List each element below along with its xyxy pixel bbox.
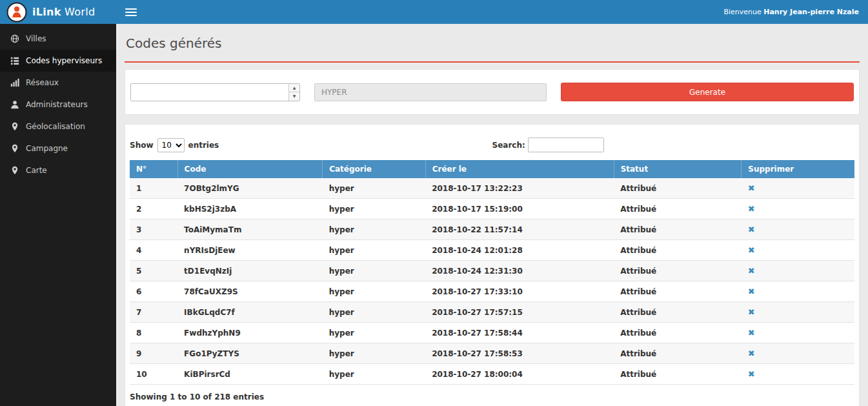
cell-code: FGo1PyZTYS (177, 343, 323, 364)
delete-icon[interactable]: ✖ (748, 328, 755, 338)
list-icon (10, 56, 19, 65)
cell-created: 2018-10-17 13:22:23 (425, 178, 614, 199)
sidebar-item-label: Administrateurs (26, 100, 88, 109)
cell-status: Attribué (614, 302, 742, 323)
delete-icon[interactable]: ✖ (748, 287, 755, 296)
delete-icon[interactable]: ✖ (748, 245, 755, 255)
cell-status: Attribué (614, 261, 742, 281)
brand: iLink World (0, 0, 116, 24)
table-row: 10 KiBPirsrCd hyper 2018-10-27 18:00:04 … (130, 364, 854, 385)
col-header-status[interactable]: Statut (614, 160, 742, 178)
stepper-down-icon[interactable]: ▼ (289, 92, 299, 101)
col-header-category[interactable]: Catégorie (323, 160, 425, 178)
table-row: 6 78fCaUXZ9S hyper 2018-10-27 17:33:10 A… (130, 281, 854, 302)
sidebar: Villes Codes hyperviseurs Réseaux (0, 24, 116, 406)
cell-created: 2018-10-27 17:58:53 (425, 343, 614, 364)
cell-status: Attribué (614, 199, 742, 219)
cell-code: 78fCaUXZ9S (177, 281, 323, 302)
delete-icon[interactable]: ✖ (748, 369, 755, 379)
show-label: Show (130, 141, 154, 150)
stepper-up-icon[interactable]: ▲ (289, 84, 299, 93)
search-input[interactable] (528, 137, 604, 152)
cell-created: 2018-10-22 11:57:14 (425, 219, 614, 240)
cell-code: KiBPirsrCd (177, 364, 323, 385)
quantity-stepper[interactable]: ▲ ▼ (288, 84, 299, 101)
col-header-code[interactable]: Code (177, 160, 323, 178)
page-size-select[interactable]: 10 (157, 138, 185, 152)
table-row: 2 kbHS2j3zbA hyper 2018-10-17 15:19:00 A… (130, 199, 854, 219)
cell-category: hyper (323, 261, 425, 281)
sidebar-item-geolocalisation[interactable]: Géolocalisation (0, 116, 116, 137)
cell-created: 2018-10-27 18:00:04 (425, 364, 614, 385)
title-block: Codes générés (125, 24, 860, 51)
delete-icon[interactable]: ✖ (748, 225, 755, 234)
user-icon (10, 100, 19, 109)
cell-created: 2018-10-27 17:58:44 (425, 323, 614, 343)
col-header-delete[interactable]: Supprimer (742, 160, 854, 178)
table-row: 9 FGo1PyZTYS hyper 2018-10-27 17:58:53 A… (130, 343, 854, 364)
delete-icon[interactable]: ✖ (748, 204, 755, 214)
user-name: Hanry Jean-pierre Nzale (763, 8, 859, 16)
sidebar-item-label: Campagne (26, 144, 68, 153)
map-marker-icon (10, 166, 19, 175)
cell-num: 8 (130, 323, 177, 343)
sidebar-item-villes[interactable]: Villes (0, 28, 116, 50)
cell-category: hyper (323, 343, 425, 364)
cell-category: hyper (323, 219, 425, 240)
delete-icon[interactable]: ✖ (748, 307, 755, 317)
col-header-num[interactable]: N° (130, 160, 177, 178)
cell-num: 4 (130, 240, 177, 261)
cell-num: 2 (130, 199, 177, 219)
table-controls: Show 10 entries Search: (130, 137, 854, 152)
sidebar-item-administrateurs[interactable]: Administrateurs (0, 94, 116, 116)
cell-status: Attribué (614, 240, 742, 261)
table-row: 5 tD1EvqNzIj hyper 2018-10-24 12:31:30 A… (130, 261, 854, 281)
col-header-created[interactable]: Créer le (425, 160, 614, 178)
search-label: Search: (492, 141, 525, 150)
cell-category: hyper (323, 323, 425, 343)
cell-num: 7 (130, 302, 177, 323)
cell-num: 10 (130, 364, 177, 385)
main-content: Codes générés ▲ ▼ Generate Show 10 (116, 24, 868, 406)
topbar-main: Bienvenue Hanry Jean-pierre Nzale (116, 0, 868, 24)
cell-code: kbHS2j3zbA (177, 199, 323, 219)
sidebar-item-label: Carte (26, 166, 47, 175)
cell-num: 5 (130, 261, 177, 281)
cell-status: Attribué (614, 364, 742, 385)
table-row: 4 nYRIsDjEew hyper 2018-10-24 12:01:28 A… (130, 240, 854, 261)
cell-code: ToAiMymaTm (177, 219, 323, 240)
sidebar-item-label: Codes hyperviseurs (26, 56, 102, 65)
sidebar-item-campagne[interactable]: Campagne (0, 137, 116, 159)
cell-category: hyper (323, 199, 425, 219)
brand-title: iLink World (32, 6, 95, 18)
entries-label: entries (188, 141, 219, 150)
signal-icon (10, 78, 19, 87)
cell-created: 2018-10-27 17:57:15 (425, 302, 614, 323)
quantity-input[interactable] (130, 83, 300, 101)
quantity-field-wrap: ▲ ▼ (130, 83, 300, 101)
delete-icon[interactable]: ✖ (748, 349, 755, 358)
cell-num: 9 (130, 343, 177, 364)
topbar: iLink World Bienvenue Hanry Jean-pierre … (0, 0, 868, 24)
table-row: 3 ToAiMymaTm hyper 2018-10-22 11:57:14 A… (130, 219, 854, 240)
table-footer: Showing 1 to 10 of 218 entries Previous … (130, 392, 854, 406)
cell-code: nYRIsDjEew (177, 240, 323, 261)
title-divider (125, 61, 860, 63)
generate-button[interactable]: Generate (561, 83, 854, 101)
cell-category: hyper (323, 302, 425, 323)
cell-status: Attribué (614, 178, 742, 199)
sidebar-item-codes-hyperviseurs[interactable]: Codes hyperviseurs (0, 50, 116, 72)
table-row: 8 FwdhzYphN9 hyper 2018-10-27 17:58:44 A… (130, 323, 854, 343)
cell-created: 2018-10-24 12:31:30 (425, 261, 614, 281)
delete-icon[interactable]: ✖ (748, 266, 755, 276)
welcome-message: Bienvenue Hanry Jean-pierre Nzale (723, 8, 859, 16)
delete-icon[interactable]: ✖ (748, 183, 755, 193)
hamburger-menu-icon[interactable] (125, 8, 137, 16)
sidebar-item-reseaux[interactable]: Réseaux (0, 72, 116, 94)
sidebar-item-carte[interactable]: Carte (0, 159, 116, 181)
cell-code: FwdhzYphN9 (177, 323, 323, 343)
sidebar-item-label: Géolocalisation (26, 122, 85, 131)
brand-title-light: World (65, 6, 95, 18)
generator-form-panel: ▲ ▼ Generate (125, 69, 860, 115)
codes-table: N° Code Catégorie Créer le Statut Suppri… (130, 160, 854, 385)
